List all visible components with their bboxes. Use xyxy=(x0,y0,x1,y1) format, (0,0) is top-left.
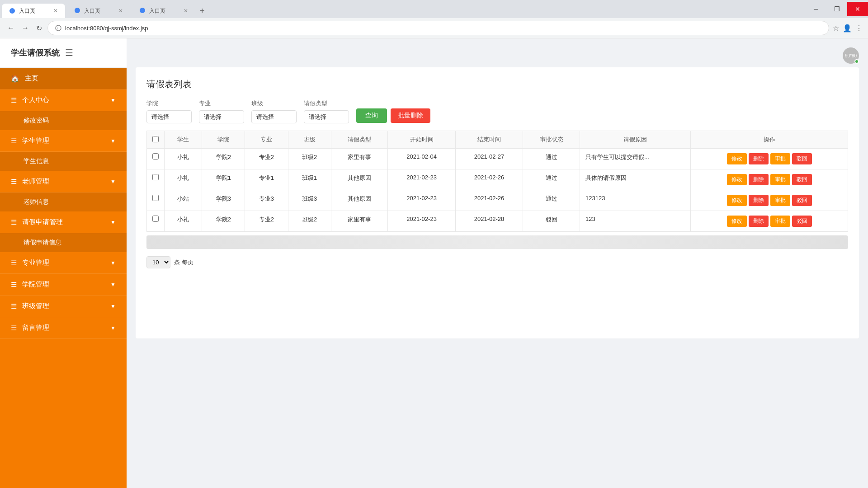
type-select[interactable]: 请选择 xyxy=(304,110,349,123)
class-select[interactable]: 请选择 xyxy=(251,110,297,123)
sidebar-item-class-mgmt[interactable]: ☰ 班级管理 ▼ xyxy=(0,296,127,317)
cell-major-3: 专业2 xyxy=(245,211,288,232)
sidebar-sub-personal: 修改密码 xyxy=(0,111,127,130)
sidebar-item-leave-info[interactable]: 请假申请信息 xyxy=(0,233,127,252)
url-field[interactable]: i localhost:8080/qj-ssmj/index.jsp xyxy=(47,21,829,35)
sidebar-item-leave-mgmt[interactable]: ☰ 请假申请管理 ▼ xyxy=(0,211,127,233)
edit-button-0[interactable]: 修改 xyxy=(727,153,747,164)
sidebar-class-mgmt-label: 班级管理 xyxy=(22,302,49,310)
sidebar-personal-label: 个人中心 xyxy=(22,96,49,104)
sidebar-major-mgmt-label: 专业管理 xyxy=(22,258,49,267)
cell-type-2: 其他原因 xyxy=(331,190,388,211)
sidebar-college-mgmt-label: 学院管理 xyxy=(22,280,49,289)
message-mgmt-icon: ☰ xyxy=(11,324,17,332)
new-tab-button[interactable]: + xyxy=(195,6,209,16)
more-options-icon[interactable]: ⋮ xyxy=(855,24,863,33)
select-all-checkbox[interactable] xyxy=(152,136,159,142)
svg-point-2 xyxy=(75,8,80,13)
cell-status-1: 通过 xyxy=(523,169,580,190)
header-actions: 操作 xyxy=(691,131,848,149)
header-checkbox-cell xyxy=(147,131,165,149)
sidebar-item-student-mgmt[interactable]: ☰ 学生管理 ▼ xyxy=(0,130,127,152)
close-button[interactable]: ✕ xyxy=(847,2,868,16)
class-mgmt-arrow-icon: ▼ xyxy=(110,303,116,310)
filter-class: 班级 请选择 xyxy=(251,99,297,123)
table-row: 小礼 学院2 专业2 班级2 家里有事 2021-02-23 2021-02-2… xyxy=(147,211,848,232)
tab-bar: i 入口页 ✕ 入口页 ✕ 入 xyxy=(0,0,868,18)
reload-button[interactable]: ↻ xyxy=(34,22,44,34)
tab-2-close[interactable]: ✕ xyxy=(118,8,123,14)
page-size-select[interactable]: 10 20 50 xyxy=(146,256,170,268)
cell-class-0: 班级2 xyxy=(288,149,331,169)
leave-mgmt-icon: ☰ xyxy=(11,218,17,226)
approve-button-1[interactable]: 审批 xyxy=(770,174,790,185)
edit-button-2[interactable]: 修改 xyxy=(727,195,747,206)
maximize-button[interactable]: ❐ xyxy=(826,2,847,16)
sidebar-item-message-mgmt[interactable]: ☰ 留言管理 ▼ xyxy=(0,317,127,339)
forward-button[interactable]: → xyxy=(20,22,31,34)
header-major: 专业 xyxy=(245,131,288,149)
approve-button-3[interactable]: 审批 xyxy=(770,216,790,227)
tab-1-close[interactable]: ✕ xyxy=(53,8,58,14)
cell-status-2: 通过 xyxy=(523,190,580,211)
tab-1[interactable]: i 入口页 ✕ xyxy=(2,4,65,18)
row-checkbox-0[interactable] xyxy=(152,153,159,160)
main-content: 90*80 请假表列表 学院 请选择 专业 xyxy=(127,38,868,488)
avatar[interactable]: 90*80 xyxy=(843,47,859,64)
sidebar-item-teacher-mgmt[interactable]: ☰ 老师管理 ▼ xyxy=(0,171,127,192)
sidebar-item-home[interactable]: 🏠 主页 xyxy=(0,68,127,89)
sidebar-item-student-info[interactable]: 学生信息 xyxy=(0,152,127,171)
profile-icon[interactable]: 👤 xyxy=(843,24,852,33)
row-checkbox-2[interactable] xyxy=(152,195,159,201)
svg-text:i: i xyxy=(57,26,58,30)
bookmark-star-icon[interactable]: ☆ xyxy=(833,24,839,33)
leave-table: 学生 学院 专业 班级 请假类型 开始时间 结束时间 审批状态 请假原因 操作 xyxy=(146,131,848,232)
sidebar-item-change-password[interactable]: 修改密码 xyxy=(0,111,127,130)
teacher-mgmt-arrow-icon: ▼ xyxy=(110,178,116,185)
delete-button-0[interactable]: 删除 xyxy=(749,153,769,164)
reject-button-3[interactable]: 驳回 xyxy=(792,216,812,227)
tab-3-close[interactable]: ✕ xyxy=(184,8,188,14)
row-checkbox-1[interactable] xyxy=(152,174,159,180)
tab-3[interactable]: 入口页 ✕ xyxy=(132,4,195,18)
sidebar-header: 学生请假系统 ☰ xyxy=(0,38,127,68)
delete-button-1[interactable]: 删除 xyxy=(749,174,769,185)
tab-3-label: 入口页 xyxy=(149,7,165,15)
cell-end-2: 2021-02-26 xyxy=(455,190,523,211)
teacher-mgmt-icon: ☰ xyxy=(11,178,17,186)
sidebar-student-mgmt-label: 学生管理 xyxy=(22,136,49,145)
header-college: 学院 xyxy=(202,131,245,149)
back-button[interactable]: ← xyxy=(5,22,16,34)
major-select[interactable]: 请选择 xyxy=(199,110,244,123)
tab-1-icon: i xyxy=(9,8,15,14)
tab-2[interactable]: 入口页 ✕ xyxy=(67,4,130,18)
cell-student-0: 小礼 xyxy=(165,149,202,169)
reject-button-0[interactable]: 驳回 xyxy=(792,153,812,164)
query-button[interactable]: 查询 xyxy=(356,108,387,123)
row-checkbox-3[interactable] xyxy=(152,216,159,222)
approve-button-2[interactable]: 审批 xyxy=(770,195,790,206)
cell-start-0: 2021-02-04 xyxy=(388,149,455,169)
sidebar: 学生请假系统 ☰ 🏠 主页 ☰ 个人中心 ▼ 修改密码 ☰ xyxy=(0,38,127,488)
cell-reason-0: 只有学生可以提交请假... xyxy=(580,149,691,169)
student-mgmt-icon: ☰ xyxy=(11,137,17,145)
reject-button-1[interactable]: 驳回 xyxy=(792,174,812,185)
online-dot xyxy=(854,59,859,64)
minimize-button[interactable]: ─ xyxy=(806,2,826,16)
approve-button-0[interactable]: 审批 xyxy=(770,153,790,164)
batch-delete-button[interactable]: 批量删除 xyxy=(391,108,430,123)
delete-button-2[interactable]: 删除 xyxy=(749,195,769,206)
college-select[interactable]: 请选择 xyxy=(146,110,192,123)
delete-button-3[interactable]: 删除 xyxy=(749,216,769,227)
sidebar-item-college-mgmt[interactable]: ☰ 学院管理 ▼ xyxy=(0,274,127,296)
sidebar-item-teacher-info[interactable]: 老师信息 xyxy=(0,192,127,211)
edit-button-3[interactable]: 修改 xyxy=(727,216,747,227)
sidebar-item-personal[interactable]: ☰ 个人中心 ▼ xyxy=(0,89,127,111)
edit-button-1[interactable]: 修改 xyxy=(727,174,747,185)
sidebar-item-major-mgmt[interactable]: ☰ 专业管理 ▼ xyxy=(0,252,127,274)
home-icon: 🏠 xyxy=(11,75,19,83)
cell-student-1: 小礼 xyxy=(165,169,202,190)
hamburger-icon[interactable]: ☰ xyxy=(65,47,73,58)
reject-button-2[interactable]: 驳回 xyxy=(792,195,812,206)
browser-actions: ☆ 👤 ⋮ xyxy=(833,24,863,33)
